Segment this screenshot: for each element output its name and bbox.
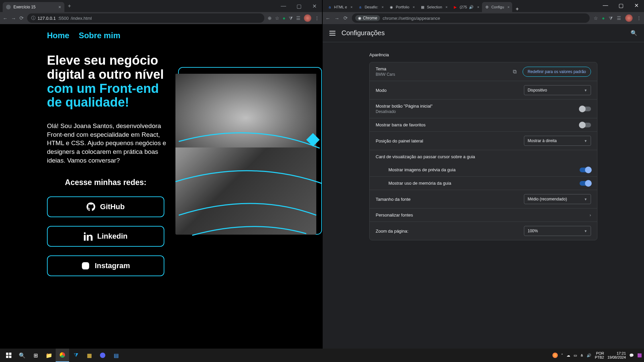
tab-selection[interactable]: ▦Selection× bbox=[418, 2, 450, 12]
maximize-icon[interactable]: ▢ bbox=[613, 0, 629, 11]
custom-fonts-row[interactable]: Personalizar fontes › bbox=[370, 208, 597, 222]
memory-toggle[interactable] bbox=[580, 181, 591, 186]
menu-icon[interactable]: ⋮ bbox=[637, 15, 641, 21]
profile-avatar[interactable] bbox=[625, 14, 633, 22]
address-bar[interactable]: ⓘ 127.0.0.1:5500/index.html bbox=[27, 13, 264, 23]
instagram-button[interactable]: Instagram bbox=[47, 255, 164, 276]
tab-youtube[interactable]: ▶(275🔊× bbox=[450, 2, 482, 12]
linkedin-icon bbox=[84, 232, 93, 241]
site-info-icon[interactable]: ⓘ bbox=[31, 15, 36, 21]
back-icon[interactable]: ← bbox=[325, 15, 330, 21]
linkedin-button[interactable]: Linkedin bbox=[47, 226, 164, 247]
address-port: :5500 bbox=[58, 16, 69, 21]
tab-settings[interactable]: ⚙Configu× bbox=[482, 2, 512, 12]
home-button-toggle[interactable] bbox=[580, 107, 591, 111]
extensions-icon[interactable]: ⧩ bbox=[289, 15, 293, 21]
back-icon[interactable]: ← bbox=[3, 15, 8, 21]
weather-icon[interactable] bbox=[552, 353, 558, 358]
bookmark-icon[interactable]: ☆ bbox=[594, 15, 598, 21]
battery-icon[interactable]: ▭ bbox=[574, 353, 577, 358]
chrome-button[interactable] bbox=[56, 349, 69, 362]
close-icon[interactable]: × bbox=[413, 5, 415, 9]
time-text: 17:21 bbox=[607, 351, 626, 355]
memory-label: Mostrar uso de memória da guia bbox=[376, 181, 451, 186]
menu-icon[interactable]: ⋮ bbox=[315, 15, 319, 21]
close-icon[interactable]: × bbox=[445, 5, 447, 9]
open-external-icon[interactable]: ⧉ bbox=[513, 69, 517, 75]
figma-icon: ◉ bbox=[389, 5, 394, 9]
profile-avatar[interactable] bbox=[304, 14, 311, 22]
bookmarks-toggle[interactable] bbox=[580, 123, 591, 127]
address-path: /index.html bbox=[71, 16, 92, 21]
sidepanel-select[interactable]: Mostrar à direita▼ bbox=[524, 136, 591, 146]
bookmark-icon[interactable]: ☆ bbox=[275, 15, 279, 21]
nav-about-link[interactable]: Sobre mim bbox=[79, 31, 120, 40]
address-bar[interactable]: ◉Chrome chrome://settings/appearance bbox=[352, 13, 590, 23]
new-tab-button[interactable]: + bbox=[68, 3, 71, 9]
file-explorer-button[interactable]: 📁 bbox=[42, 349, 56, 362]
forward-icon[interactable]: → bbox=[334, 15, 339, 21]
hamburger-icon[interactable] bbox=[329, 31, 335, 36]
task-view-button[interactable]: ⊞ bbox=[29, 349, 42, 362]
minimize-icon[interactable]: — bbox=[598, 0, 613, 11]
preview-image-toggle[interactable] bbox=[580, 168, 591, 172]
mode-select[interactable]: Dispositivo▼ bbox=[524, 85, 591, 95]
tab-html[interactable]: aHTML e× bbox=[325, 2, 355, 12]
close-icon[interactable]: × bbox=[477, 5, 479, 9]
nav-home-link[interactable]: Home bbox=[47, 31, 69, 40]
minimize-icon[interactable]: — bbox=[276, 0, 291, 12]
calculator-button[interactable]: ▤ bbox=[109, 349, 123, 362]
mode-label: Modo bbox=[376, 88, 387, 93]
reading-list-icon[interactable]: ☰ bbox=[296, 15, 301, 21]
language-indicator[interactable]: POR PTB2 bbox=[595, 351, 604, 359]
reload-icon[interactable]: ⟳ bbox=[19, 15, 24, 21]
reset-theme-button[interactable]: Redefinir para os valores padrão bbox=[523, 67, 591, 77]
close-icon[interactable]: × bbox=[58, 4, 61, 10]
vscode-button[interactable]: ⧩ bbox=[69, 349, 83, 362]
clock[interactable]: 17:21 19/08/2024 bbox=[607, 351, 626, 359]
start-button[interactable] bbox=[2, 349, 15, 362]
sidepanel-label: Posição do painel lateral bbox=[376, 138, 423, 143]
forward-icon[interactable]: → bbox=[11, 15, 16, 21]
mode-row: Modo Dispositivo▼ bbox=[370, 81, 597, 100]
discord-button[interactable] bbox=[96, 349, 109, 362]
notes-button[interactable]: ▦ bbox=[83, 349, 96, 362]
close-icon[interactable]: × bbox=[507, 5, 509, 9]
chevron-down-icon: ▼ bbox=[584, 139, 587, 143]
fontsize-select[interactable]: Médio (recomendado)▼ bbox=[524, 194, 591, 204]
speaker-icon[interactable]: 🔊 bbox=[469, 5, 474, 9]
headline-accent: com um Front-end de qualidade! bbox=[47, 81, 159, 110]
tab-portfolio[interactable]: ◉Portfolio× bbox=[386, 2, 418, 12]
search-icon[interactable]: 🔍 bbox=[631, 30, 637, 36]
copilot-icon[interactable]: 🟪 bbox=[637, 353, 642, 358]
close-icon[interactable]: × bbox=[382, 5, 384, 9]
zoom-select[interactable]: 100%▼ bbox=[524, 226, 591, 236]
close-window-icon[interactable]: ✕ bbox=[629, 0, 644, 11]
preview-image-label: Mostrar imagens de prévia da guia bbox=[376, 167, 455, 172]
tray-chevron-icon[interactable]: ˄ bbox=[561, 353, 563, 358]
theme-row[interactable]: Tema BMW Cars ⧉ Redefinir para os valore… bbox=[370, 62, 597, 81]
notifications-icon[interactable]: 💬 bbox=[629, 353, 634, 358]
reading-list-icon[interactable]: ☰ bbox=[617, 15, 621, 21]
maximize-icon[interactable]: ▢ bbox=[291, 0, 307, 12]
tab-desafio[interactable]: aDesafio:× bbox=[355, 2, 386, 12]
left-titlebar: Exercício 15 × + — ▢ ✕ bbox=[0, 0, 322, 12]
close-window-icon[interactable]: ✕ bbox=[307, 0, 322, 12]
search-button[interactable]: 🔍 bbox=[15, 349, 29, 362]
extensions-icon[interactable]: ⧩ bbox=[609, 15, 613, 21]
volume-icon[interactable]: 🔊 bbox=[587, 353, 591, 358]
chevron-down-icon: ▼ bbox=[584, 229, 587, 233]
taskbar-tray: ˄ ☁ ▭ ⋔ 🔊 POR PTB2 17:21 19/08/2024 💬 🟪 bbox=[552, 351, 642, 359]
reload-icon[interactable]: ⟳ bbox=[343, 15, 348, 21]
wifi-icon[interactable]: ⋔ bbox=[580, 353, 583, 358]
chevron-right-icon: › bbox=[590, 213, 591, 218]
onedrive-icon[interactable]: ☁ bbox=[567, 353, 570, 358]
new-tab-button[interactable]: + bbox=[512, 6, 522, 12]
close-icon[interactable]: × bbox=[351, 5, 353, 9]
window-controls: — ▢ ✕ bbox=[276, 0, 322, 12]
github-button[interactable]: GitHub bbox=[47, 196, 164, 217]
extension-dot-icon[interactable]: ● bbox=[602, 15, 605, 21]
left-tab[interactable]: Exercício 15 × bbox=[3, 2, 64, 12]
zoom-icon[interactable]: ⊕ bbox=[268, 15, 272, 21]
extension-dot-icon[interactable]: ● bbox=[283, 15, 285, 21]
